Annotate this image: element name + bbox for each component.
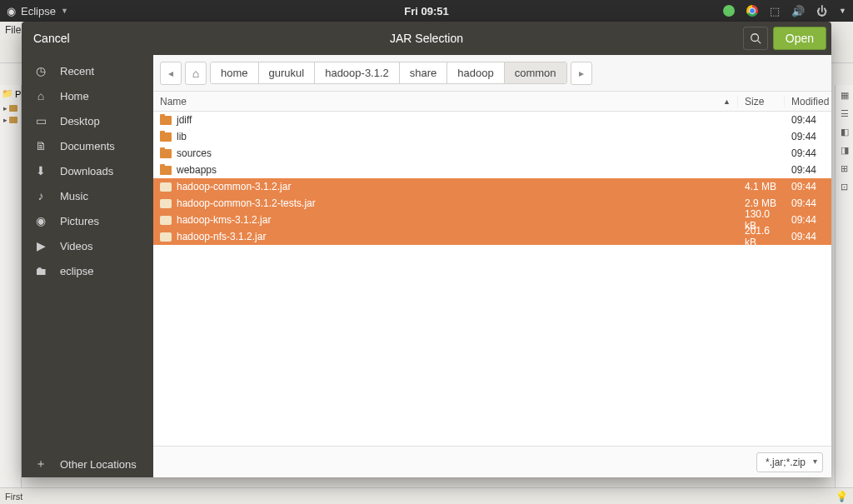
dialog-header: Cancel JAR Selection Open (22, 22, 831, 55)
eclipse-icon: ◉ (7, 5, 16, 17)
open-button[interactable]: Open (773, 27, 826, 50)
svg-line-1 (757, 41, 761, 44)
tree-item[interactable]: ▸ (0, 114, 21, 126)
clock[interactable]: Fri 09:51 (404, 5, 448, 17)
icon[interactable]: ⊞ (839, 163, 851, 175)
icon[interactable]: ⊡ (839, 182, 851, 193)
file-modified: 09:44 (785, 114, 831, 126)
power-icon[interactable]: ⏻ (816, 5, 827, 17)
icon[interactable]: ◧ (839, 127, 851, 138)
file-row[interactable]: hadoop-common-3.1.2-tests.jar2.9 MB09:44 (153, 195, 831, 212)
sidebar-item-eclipse[interactable]: 🖿eclipse (22, 258, 153, 283)
dialog-title: JAR Selection (390, 32, 463, 45)
chevron-down-icon: ▼ (61, 7, 68, 15)
archive-icon (160, 216, 172, 225)
file-row[interactable]: jdiff09:44 (153, 112, 831, 128)
column-name[interactable]: Name ▲ (153, 96, 738, 107)
sidebar-item-label: Recent (60, 65, 142, 77)
sidebar-item-music[interactable]: ♪Music (22, 183, 153, 208)
folder-icon (9, 117, 17, 123)
column-headers: Name ▲ Size Modified (153, 92, 831, 112)
sidebar-item-recent[interactable]: ◷Recent (22, 58, 153, 83)
sidebar-item-label: Downloads (60, 165, 142, 177)
cancel-button[interactable]: Cancel (27, 27, 77, 50)
search-icon (750, 32, 761, 44)
archive-icon (160, 232, 172, 242)
sidebar-item-label: Documents (60, 140, 142, 152)
sidebar-item-desktop[interactable]: ▭Desktop (22, 108, 153, 133)
system-tray: ⬚ 🔊 ⏻ ▼ (723, 5, 846, 17)
breadcrumb-group: homegurukulhadoop-3.1.2sharehadoopcommon (210, 62, 567, 84)
file-size: 201.6 kB (738, 225, 785, 248)
breadcrumb-common[interactable]: common (505, 62, 566, 83)
outline-icon[interactable]: ▦ (839, 90, 851, 102)
column-size[interactable]: Size (738, 96, 785, 107)
app-name: Eclipse (21, 5, 56, 17)
sidebar-item-documents[interactable]: 🗎Documents (22, 133, 153, 158)
sidebar-item-other-locations[interactable]: ＋Other Locations (22, 451, 153, 477)
file-modified: 09:44 (785, 214, 831, 226)
breadcrumb-gurukul[interactable]: gurukul (259, 62, 316, 83)
file-modified: 09:44 (785, 181, 831, 192)
network-icon[interactable]: ⬚ (770, 5, 780, 17)
sidebar-item-label: Videos (60, 240, 142, 252)
file-row[interactable]: sources09:44 (153, 145, 831, 162)
filter-select[interactable]: *.jar;*.zip (756, 452, 823, 472)
breadcrumb-forward[interactable]: ▸ (571, 62, 592, 85)
places-sidebar: ◷Recent⌂Home▭Desktop🗎Documents⬇Downloads… (22, 55, 153, 477)
status-text: First (5, 492, 22, 502)
project-explorer-tab[interactable]: 📁 P (0, 85, 21, 102)
file-row[interactable]: webapps09:44 (153, 162, 831, 178)
sidebar-item-videos[interactable]: ▶Videos (22, 233, 153, 258)
folder-icon (160, 166, 172, 175)
file-row[interactable]: hadoop-common-3.1.2.jar4.1 MB09:44 (153, 178, 831, 195)
file-name: webapps (177, 164, 217, 176)
file-modified: 09:44 (785, 197, 831, 209)
file-modified: 09:44 (785, 147, 831, 159)
breadcrumb-root-icon[interactable]: ⌂ (185, 62, 207, 85)
clock-icon: ◷ (33, 64, 48, 77)
sidebar-item-pictures[interactable]: ◉Pictures (22, 208, 153, 233)
file-size: 2.9 MB (738, 197, 785, 209)
session-chevron-icon[interactable]: ▼ (839, 7, 846, 15)
filter-bar: *.jar;*.zip (153, 446, 831, 477)
sidebar-item-label: Home (60, 90, 142, 102)
breadcrumb-home[interactable]: home (211, 62, 259, 83)
sidebar-item-label: Other Locations (60, 458, 142, 471)
menu-file[interactable]: File (5, 24, 21, 36)
notification-icon[interactable] (723, 5, 735, 17)
file-modified: 09:44 (785, 131, 831, 142)
eclipse-sidebar: 📁 P ▸ ▸ (0, 85, 22, 487)
download-icon: ⬇ (33, 164, 48, 177)
breadcrumb-hadoop[interactable]: hadoop (447, 62, 504, 83)
task-icon[interactable]: ☰ (839, 108, 851, 120)
column-modified[interactable]: Modified (785, 96, 831, 107)
file-size: 4.1 MB (738, 181, 785, 192)
file-name: hadoop-common-3.1.2-tests.jar (177, 197, 316, 209)
doc-icon: 🗎 (33, 139, 48, 152)
folder-icon (9, 105, 17, 112)
sidebar-item-label: Music (60, 190, 142, 202)
breadcrumb-hadoop-3.1.2[interactable]: hadoop-3.1.2 (315, 62, 400, 83)
folder-icon (160, 116, 172, 125)
sidebar-item-downloads[interactable]: ⬇Downloads (22, 158, 153, 183)
folder-icon (160, 132, 172, 142)
archive-icon (160, 199, 172, 208)
tree-item[interactable]: ▸ (0, 102, 21, 114)
file-modified: 09:44 (785, 231, 831, 242)
app-menu[interactable]: ◉ Eclipse ▼ (7, 5, 68, 17)
file-row[interactable]: hadoop-nfs-3.1.2.jar201.6 kB09:44 (153, 228, 831, 245)
eclipse-statusbar: First 💡 (0, 487, 853, 504)
breadcrumb-back[interactable]: ◂ (160, 62, 182, 85)
volume-icon[interactable]: 🔊 (791, 5, 805, 17)
icon[interactable]: ◨ (839, 145, 851, 157)
breadcrumb-share[interactable]: share (400, 62, 448, 83)
sidebar-item-home[interactable]: ⌂Home (22, 83, 153, 108)
file-row[interactable]: hadoop-kms-3.1.2.jar130.0 kB09:44 (153, 212, 831, 228)
file-row[interactable]: lib09:44 (153, 128, 831, 145)
file-name: hadoop-common-3.1.2.jar (177, 181, 291, 192)
lightbulb-icon[interactable]: 💡 (836, 491, 848, 502)
file-name: sources (177, 147, 212, 159)
search-button[interactable] (743, 27, 768, 50)
chrome-icon[interactable] (746, 5, 758, 17)
